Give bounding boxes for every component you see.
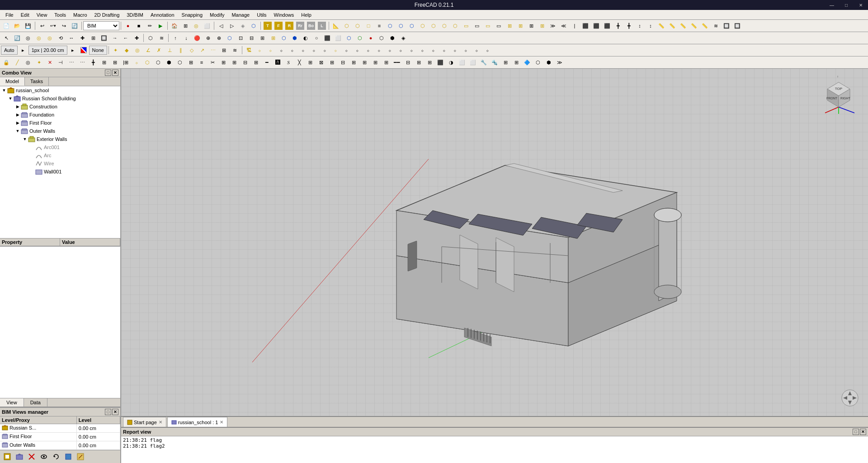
r3-16[interactable]: ⬦ (407, 45, 417, 55)
r2-1[interactable]: ↖ (1, 33, 11, 43)
r2-7[interactable]: ↔ (66, 33, 76, 43)
tb-extra25[interactable]: ⬛ (602, 21, 612, 31)
r2-30[interactable]: ⬡ (344, 33, 354, 43)
r2-25[interactable]: ⬢ (290, 33, 300, 43)
r4-31[interactable]: ⊞ (327, 57, 337, 67)
new-button[interactable]: 📄 (1, 21, 11, 31)
r4-21[interactable]: ⊞ (218, 57, 228, 67)
tab-view[interactable]: View (0, 398, 24, 407)
tree-toggle-foundation[interactable]: ▶ (14, 112, 21, 117)
tree-item-foundation[interactable]: ▶ Foundation (0, 111, 120, 119)
r3-15[interactable]: ⬦ (396, 45, 406, 55)
tb-extra37[interactable]: 🔲 (732, 21, 742, 31)
r4-3[interactable]: ◎ (23, 57, 33, 67)
tree-toggle-first-floor[interactable]: ▶ (14, 121, 21, 125)
snap-grid[interactable]: ⊞ (219, 45, 229, 55)
r4-47[interactable]: ⊞ (500, 57, 510, 67)
tree-item-arc001[interactable]: Arc001 (0, 143, 120, 151)
snap-midpoint[interactable]: ◆ (122, 45, 132, 55)
r4-38[interactable]: ⊟ (403, 57, 413, 67)
r4-28[interactable]: ╳ (294, 57, 304, 67)
tree-toggle-exterior-walls[interactable]: ▼ (22, 137, 28, 141)
menu-macro[interactable]: Macro (70, 11, 91, 19)
r4-41[interactable]: ⬛ (435, 57, 445, 67)
linestyle-arrow2[interactable]: ▸ (68, 45, 78, 55)
edit-macro-button[interactable]: ✏ (145, 21, 155, 31)
r4-23[interactable]: ⊟ (240, 57, 250, 67)
tree-item-first-floor[interactable]: ▶ First Floor (0, 119, 120, 127)
record-button[interactable]: ● (123, 21, 133, 31)
r3-5[interactable]: ⬦ (288, 45, 297, 55)
undo-button[interactable]: ↩ (37, 21, 47, 31)
bottom-icon-edit[interactable] (75, 452, 85, 462)
r2-35[interactable]: ◈ (398, 33, 408, 43)
bim-row-2[interactable]: First Floor 0.00 cm (0, 433, 120, 441)
r4-24[interactable]: ⊞ (251, 57, 261, 67)
r4-11[interactable]: ⊞ (110, 57, 120, 67)
r2-23[interactable]: ⊞ (268, 33, 278, 43)
snap-extension[interactable]: ↗ (198, 45, 208, 55)
view-bottom[interactable]: Bo (306, 21, 316, 31)
r4-44[interactable]: ⬜ (468, 57, 478, 67)
tb-extra15[interactable]: ▭ (494, 21, 504, 31)
menu-utils[interactable]: Utils (253, 11, 270, 19)
bottom-icon-3d[interactable] (63, 452, 73, 462)
tb-extra10[interactable]: ⬡ (439, 21, 449, 31)
snap-inters[interactable]: ✗ (154, 45, 164, 55)
r3-6[interactable]: ⬦ (298, 45, 308, 55)
r4-5[interactable]: ✕ (45, 57, 55, 67)
bottom-icon-refresh[interactable] (51, 452, 61, 462)
tb-extra5[interactable]: ⬡ (385, 21, 395, 31)
tab-tasks[interactable]: Tasks (25, 77, 49, 86)
r4-10[interactable]: ⊞ (99, 57, 109, 67)
r4-32[interactable]: ⊟ (338, 57, 348, 67)
tb-extra18[interactable]: ⊞ (526, 21, 536, 31)
menu-file[interactable]: File (2, 11, 17, 19)
r3-11[interactable]: ⬦ (353, 45, 363, 55)
r4-25[interactable]: ━ (262, 57, 272, 67)
maximize-button[interactable]: □ (839, 0, 854, 10)
r3-12[interactable]: ⬦ (363, 45, 373, 55)
r4-15[interactable]: ⬡ (153, 57, 163, 67)
tb-extra30[interactable]: 📏 (656, 21, 666, 31)
view-home[interactable]: 🏠 (170, 21, 179, 31)
view-all[interactable]: ⊞ (180, 21, 190, 31)
auto-button[interactable]: Auto (1, 46, 18, 55)
view-fit[interactable]: ◈ (238, 21, 248, 31)
view-left[interactable]: L (317, 21, 327, 31)
r3-8[interactable]: ⬦ (320, 45, 330, 55)
tab-model[interactable]: Model (0, 77, 25, 86)
r2-2[interactable]: 🔄 (12, 33, 22, 43)
r4-52[interactable]: ≫ (555, 57, 565, 67)
r4-13[interactable]: ⬦ (132, 57, 142, 67)
tb-extra19[interactable]: ⊞ (537, 21, 547, 31)
linewidth-button[interactable]: 1px | 20.00 cm (28, 46, 67, 55)
r3-23[interactable]: ⬦ (483, 45, 493, 55)
tb-extra16[interactable]: ⊞ (505, 21, 514, 31)
r4-36[interactable]: ⊞ (381, 57, 391, 67)
tb-extra27[interactable]: ╋ (624, 21, 634, 31)
r4-7[interactable]: ⋯ (66, 57, 76, 67)
menu-tools[interactable]: Tools (51, 11, 70, 19)
r4-37[interactable]: ━━ (392, 57, 402, 67)
r4-26[interactable]: 🅰 (273, 57, 283, 67)
r2-29[interactable]: ⬜ (333, 33, 343, 43)
tb-extra11[interactable]: ⬡ (450, 21, 460, 31)
r4-18[interactable]: ⊞ (186, 57, 196, 67)
tab-russian-school-close[interactable]: ✕ (220, 420, 223, 425)
view-iso[interactable]: ⬡ (249, 21, 259, 31)
r3-14[interactable]: ⬦ (385, 45, 395, 55)
tb-extra6[interactable]: ⬡ (396, 21, 406, 31)
nocolor-button[interactable] (79, 45, 89, 55)
menu-modify[interactable]: Modify (206, 11, 228, 19)
r4-17[interactable]: ⬡ (175, 57, 185, 67)
r4-16[interactable]: ⬢ (164, 57, 174, 67)
r4-19[interactable]: ≡ (197, 57, 207, 67)
r2-5[interactable]: ◎ (45, 33, 55, 43)
scroll-arrows[interactable] (841, 389, 859, 407)
r2-34[interactable]: ⬢ (387, 33, 397, 43)
menu-help[interactable]: Help (297, 11, 315, 19)
r3-18[interactable]: ⬦ (429, 45, 439, 55)
r2-17[interactable]: ⊕ (203, 33, 213, 43)
r3-7[interactable]: ⬦ (309, 45, 319, 55)
